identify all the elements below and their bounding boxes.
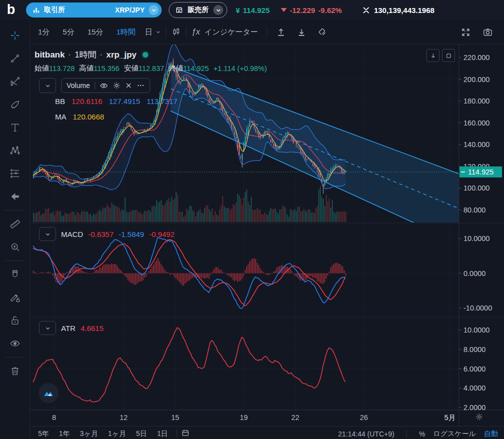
sidebar-tool-pitchfork[interactable] [4,70,26,93]
sidebar-divider [5,210,25,210]
otc-label: 販売所 [188,6,209,14]
sidebar-tool-ruler[interactable] [4,212,26,236]
clock-timezone[interactable]: 21:14:44 (UTC+9) [338,430,394,438]
position-icon [10,168,21,179]
sidebar-tool-arrow-left[interactable] [4,185,26,208]
otc-dropdown-button[interactable] [213,5,223,15]
timeframe-daily-dropdown[interactable]: 日 [145,28,161,37]
macd-collapse-button[interactable] [39,227,56,241]
range-button-1日[interactable]: 1日 [152,430,173,438]
sidebar-tool-magnet[interactable] [4,263,26,286]
download-icon [297,28,306,37]
range-button-1年[interactable]: 1年 [54,430,75,438]
chart-style-button[interactable] [171,27,181,37]
svg-text:5月: 5月 [444,414,456,422]
camera-icon [482,27,493,38]
interval-button-5分[interactable]: 5分 [56,28,81,37]
eraser-button[interactable] [317,27,327,37]
svg-text:-10.0000: -10.0000 [463,304,492,312]
sidebar-tool-position[interactable] [4,162,26,185]
percent-scale-button[interactable]: % [419,430,425,438]
chart-symbol: xrp_jpy [106,50,136,60]
sidebar-divider [5,357,25,358]
remove-indicator-button[interactable] [125,82,132,89]
svg-text:10.0000: 10.0000 [463,326,489,334]
range-button-1ヶ月[interactable]: 1ヶ月 [103,430,131,438]
maximize-pane-button[interactable] [442,49,455,62]
more-options-button[interactable] [137,82,145,90]
magnet-icon [10,269,21,280]
volume-indicator-legend: Volume [39,78,150,93]
atr-legend: ATR 4.6615 [39,321,104,335]
log-scale-button[interactable]: ログスケール [433,430,476,438]
range-button-5年[interactable]: 5年 [33,430,54,438]
pattern-icon [10,145,21,156]
sidebar-tool-trash[interactable] [4,360,26,382]
svg-text:160.000: 160.000 [463,119,489,127]
ma-legend: MA 120.0668 [55,112,104,121]
sidebar-tool-brush[interactable] [4,93,26,116]
svg-text:140.000: 140.000 [463,140,489,148]
zoom-in-icon [10,242,21,252]
visibility-toggle-button[interactable] [100,82,108,90]
upload-layout-button[interactable] [276,28,286,37]
pair-dropdown-button[interactable] [149,5,159,15]
fullscreen-button[interactable] [461,28,470,37]
ticker-price: ¥ 114.925 [236,6,270,14]
axis-settings-button[interactable] [475,412,483,421]
sidebar-tool-unlock[interactable] [4,309,26,332]
sidebar-tool-eye[interactable] [4,332,26,355]
chart-region[interactable]: 220.000200.000180.000160.000140.000120.0… [30,44,504,426]
toolbar-separator [166,26,166,38]
sidebar-tool-crosshair[interactable] [4,24,26,47]
svg-text:8.0000: 8.0000 [463,346,485,354]
bitbank-logo[interactable]: b [4,3,18,17]
triangle-down-icon [281,8,287,12]
indicators-button[interactable]: ƒx インジケーター [192,28,258,37]
chevron-down-icon [216,8,221,13]
svg-text:114.925: 114.925 [468,168,493,176]
atr-collapse-button[interactable] [39,321,56,335]
eye-icon [10,338,21,349]
bitbank-trading-app: { "top_bar": { "logo": "b", "exchange_pi… [0,0,504,439]
sidebar-tool-pattern[interactable] [4,139,26,162]
svg-text:22: 22 [291,414,299,422]
svg-text:15: 15 [171,414,179,422]
interval-button-15分[interactable]: 15分 [81,28,110,37]
interval-button-1分[interactable]: 1分 [32,28,56,37]
range-button-3ヶ月[interactable]: 3ヶ月 [75,430,103,438]
otc-selector[interactable]: 販売所 [169,2,227,18]
volume-collapse-button[interactable] [39,78,56,93]
svg-text:200.000: 200.000 [463,76,489,84]
indicators-label: インジケーター [205,28,258,37]
candlestick-icon [171,27,181,37]
expand-icon [461,28,470,37]
fx-icon: ƒx [192,28,200,36]
svg-text:2.0000: 2.0000 [463,404,485,412]
exchange-pair-selector[interactable]: 取引所 XRP/JPY [26,2,162,18]
edit-lock-icon [10,292,21,303]
close-icon [125,82,132,89]
go-to-date-button[interactable] [181,428,190,437]
ruler-icon [10,218,21,230]
svg-text:10.0000: 10.0000 [463,234,489,242]
interval-button-1時間[interactable]: 1時間 [110,28,142,37]
indicator-settings-button[interactable] [113,82,121,90]
chevron-down-icon [45,232,51,237]
download-layout-button[interactable] [297,28,306,37]
daily-label: 日 [145,28,153,37]
market-open-indicator [143,52,148,58]
scroll-to-realtime-button[interactable] [426,49,439,62]
change-abs: +1.114 [213,64,235,72]
sidebar-tool-zoom-in[interactable] [4,236,26,258]
chevron-down-icon [45,83,51,88]
chart-interval: 1時間 [75,49,96,60]
sidebar-tool-trendline[interactable] [4,47,26,70]
pitchfork-icon [10,76,21,87]
sidebar-tool-edit-lock[interactable] [4,286,26,309]
range-button-5日[interactable]: 5日 [131,430,152,438]
sidebar-tool-text[interactable] [4,116,26,139]
snapshot-button[interactable] [482,27,493,38]
auto-scale-button[interactable]: 自動 [484,430,498,438]
ma-value: 120.0668 [73,112,105,121]
